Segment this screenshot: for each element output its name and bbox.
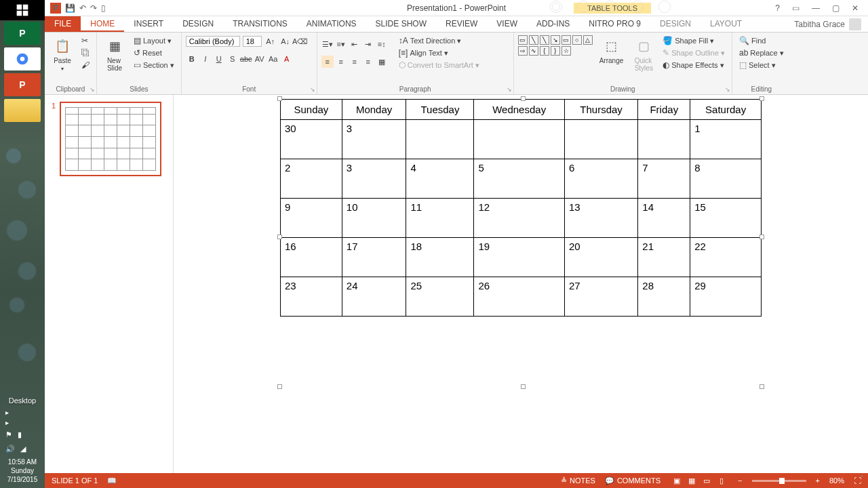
- header-thursday[interactable]: Thursday: [564, 100, 637, 120]
- text-direction-button[interactable]: ↕AText Direction▾: [396, 35, 482, 46]
- tab-home[interactable]: HOME: [81, 16, 124, 32]
- clear-format-button[interactable]: A⌫: [294, 35, 307, 47]
- selection-handle[interactable]: [521, 384, 526, 389]
- shape-fill-button[interactable]: 🪣Shape Fill▾: [660, 35, 728, 46]
- shape-arrow-icon[interactable]: ↘: [551, 35, 560, 45]
- calendar-cell[interactable]: 28: [638, 277, 690, 317]
- calendar-cell[interactable]: 21: [638, 238, 690, 277]
- reset-button[interactable]: ↺Reset: [131, 47, 177, 58]
- shape-arrow2-icon[interactable]: ⇨: [518, 46, 528, 56]
- calendar-cell[interactable]: 10: [342, 199, 406, 238]
- tab-nitro[interactable]: NITRO PRO 9: [579, 16, 650, 32]
- maximize-icon[interactable]: ▢: [829, 3, 842, 13]
- slideshow-icon[interactable]: ▯: [101, 3, 106, 13]
- notes-button[interactable]: ≜ NOTES: [561, 476, 595, 485]
- calendar-cell[interactable]: 25: [406, 277, 474, 317]
- calendar-cell[interactable]: 27: [564, 277, 637, 317]
- calendar-cell[interactable]: 12: [474, 199, 564, 238]
- case-button[interactable]: Aa: [267, 53, 279, 65]
- calendar-cell[interactable]: 16: [281, 238, 342, 277]
- taskbar-clock[interactable]: 10:58 AM Sunday 7/19/2015: [0, 456, 45, 488]
- calendar-cell[interactable]: 2: [281, 159, 342, 199]
- taskbar-arrow-2[interactable]: ▸: [0, 418, 45, 428]
- calendar-cell[interactable]: 11: [406, 199, 474, 238]
- calendar-cell[interactable]: 3: [342, 159, 406, 199]
- increase-indent-button[interactable]: ⇥: [362, 38, 374, 50]
- calendar-cell[interactable]: 14: [638, 199, 690, 238]
- align-right-button[interactable]: ≡: [349, 56, 361, 68]
- slideshow-view-icon[interactable]: ▯: [715, 475, 728, 486]
- header-sunday[interactable]: Sunday: [281, 100, 342, 120]
- header-wednesday[interactable]: Wednesday: [474, 100, 564, 120]
- help-icon[interactable]: ?: [772, 3, 783, 13]
- header-tuesday[interactable]: Tuesday: [406, 100, 474, 120]
- collapse-ribbon-icon[interactable]: ˄: [860, 474, 864, 484]
- tab-table-design[interactable]: DESIGN: [650, 16, 701, 32]
- quick-styles-button[interactable]: ▢ Quick Styles: [630, 35, 657, 73]
- shape-line2-icon[interactable]: ╲: [540, 35, 549, 45]
- calendar-cell[interactable]: 4: [406, 159, 474, 199]
- grow-font-button[interactable]: A↑: [264, 35, 277, 47]
- font-launcher-icon[interactable]: ↘: [310, 86, 315, 93]
- columns-button[interactable]: ▦: [376, 56, 388, 68]
- shrink-font-button[interactable]: A↓: [279, 35, 292, 47]
- calendar-cell[interactable]: 3: [342, 120, 406, 159]
- selection-handle[interactable]: [760, 96, 764, 101]
- bullets-button[interactable]: ☰▾: [321, 38, 334, 50]
- calendar-cell[interactable]: 9: [281, 199, 342, 238]
- selection-handle[interactable]: [277, 96, 282, 101]
- header-saturday[interactable]: Saturday: [690, 100, 762, 120]
- system-tray[interactable]: ⚑▮: [0, 428, 45, 442]
- close-icon[interactable]: ✕: [849, 3, 861, 13]
- network-icon[interactable]: ◢: [20, 445, 26, 453]
- selection-handle[interactable]: [760, 235, 764, 239]
- paragraph-launcher-icon[interactable]: ↘: [507, 86, 512, 93]
- decrease-indent-button[interactable]: ⇤: [349, 38, 361, 50]
- redo-icon[interactable]: ↷: [90, 3, 97, 13]
- tab-insert[interactable]: INSERT: [124, 16, 173, 32]
- replace-button[interactable]: abReplace▾: [736, 47, 787, 58]
- spell-check-icon[interactable]: 📖: [107, 476, 117, 485]
- comments-button[interactable]: 💬 COMMENTS: [605, 476, 660, 485]
- selection-handle[interactable]: [277, 235, 282, 239]
- calendar-cell[interactable]: 20: [564, 238, 637, 277]
- tab-addins[interactable]: ADD-INS: [527, 16, 579, 32]
- shape-effects-button[interactable]: ◐Shape Effects▾: [660, 60, 728, 70]
- tab-review[interactable]: REVIEW: [436, 16, 487, 32]
- calendar-cell[interactable]: 17: [342, 238, 406, 277]
- format-painter-button[interactable]: 🖌: [79, 60, 92, 70]
- save-icon[interactable]: 💾: [65, 3, 75, 13]
- flag-icon[interactable]: ⚑: [5, 430, 12, 439]
- zoom-level[interactable]: 80%: [829, 476, 844, 485]
- paste-button[interactable]: 📋 Paste ▾: [49, 35, 76, 73]
- smartart-button[interactable]: ⬡Convert to SmartArt▾: [396, 60, 482, 70]
- calendar-cell[interactable]: 22: [690, 238, 762, 277]
- calendar-cell[interactable]: 19: [474, 238, 564, 277]
- align-left-button[interactable]: ≡: [321, 56, 334, 68]
- calendar-cell[interactable]: 7: [638, 159, 690, 199]
- numbering-button[interactable]: ≡▾: [335, 38, 347, 50]
- shape-outline-button[interactable]: ✎Shape Outline▾: [660, 47, 728, 58]
- calendar-cell[interactable]: [638, 120, 690, 159]
- ribbon-display-icon[interactable]: ▭: [789, 3, 802, 13]
- user-account[interactable]: Tabitha Grace: [787, 16, 868, 32]
- shape-tri-icon[interactable]: △: [583, 35, 593, 45]
- taskbar-powerpoint-icon[interactable]: P: [4, 73, 41, 96]
- shape-rect2-icon[interactable]: ▭: [561, 35, 571, 45]
- shape-star-icon[interactable]: ☆: [561, 46, 571, 56]
- shape-line-icon[interactable]: ╲: [529, 35, 538, 45]
- new-slide-button[interactable]: ▦ New Slide: [101, 35, 128, 73]
- calendar-cell[interactable]: 30: [281, 120, 342, 159]
- tab-file[interactable]: FILE: [45, 16, 81, 32]
- reading-view-icon[interactable]: ▭: [700, 475, 713, 486]
- section-button[interactable]: ▭Section▾: [131, 60, 177, 70]
- slide-canvas[interactable]: Sunday Monday Tuesday Wednesday Thursday…: [280, 99, 762, 445]
- justify-button[interactable]: ≡: [362, 56, 374, 68]
- tab-transitions[interactable]: TRANSITIONS: [223, 16, 297, 32]
- calendar-cell[interactable]: 8: [690, 159, 762, 199]
- minimize-icon[interactable]: —: [809, 3, 823, 13]
- select-button[interactable]: ⬚Select▾: [736, 60, 787, 70]
- calendar-cell[interactable]: 24: [342, 277, 406, 317]
- slide-thumbnail[interactable]: [60, 102, 161, 176]
- start-button[interactable]: [0, 0, 45, 20]
